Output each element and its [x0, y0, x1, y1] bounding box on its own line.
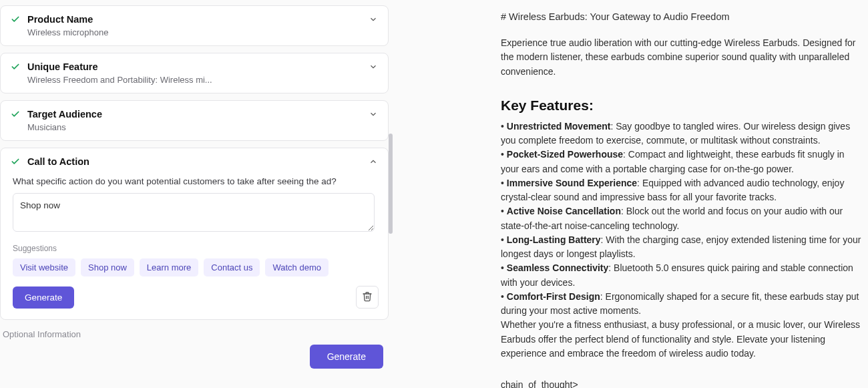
suggestions-label: Suggestions	[13, 244, 379, 253]
section-product-name[interactable]: Product Name Wireless microphone	[0, 5, 389, 46]
form-panel: Product Name Wireless microphone Unique …	[0, 0, 394, 388]
prompt-text: What specific action do you want potenti…	[10, 176, 379, 186]
check-icon	[10, 109, 21, 120]
suggestion-chip[interactable]: Watch demo	[265, 258, 329, 276]
feature-bullet: • Seamless Connectivity: Bluetooth 5.0 e…	[501, 261, 864, 290]
section-value: Wireless microphone	[27, 27, 379, 37]
chevron-down-icon[interactable]	[368, 14, 379, 25]
chevron-down-icon[interactable]	[368, 109, 379, 120]
output-intro: Experience true audio liberation with ou…	[501, 36, 864, 79]
feature-bullet: • Immersive Sound Experience: Equipped w…	[501, 176, 864, 205]
check-icon	[10, 156, 21, 167]
feature-bullet: • Comfort-First Design: Ergonomically sh…	[501, 290, 864, 319]
scrollbar-thumb[interactable]	[389, 134, 393, 234]
delete-button[interactable]	[356, 286, 379, 309]
section-target-audience[interactable]: Target Audience Musicians	[0, 100, 389, 141]
section-title: Unique Feature	[27, 61, 368, 72]
key-features-header: Key Features:	[501, 95, 864, 116]
chevron-up-icon[interactable]	[368, 156, 379, 167]
section-title: Call to Action	[27, 156, 368, 167]
suggestion-chip[interactable]: Visit website	[13, 258, 75, 276]
feature-bullet: • Unrestricted Movement: Say goodbye to …	[501, 120, 864, 148]
feature-bullet: • Long-Lasting Battery: With the chargin…	[501, 233, 864, 262]
section-header[interactable]: Call to Action	[10, 156, 379, 167]
suggestion-chip[interactable]: Learn more	[140, 258, 198, 276]
footer-generate-button[interactable]: Generate	[310, 345, 383, 369]
output-closing: Whether you're a fitness enthusiast, a b…	[501, 318, 864, 361]
trash-icon	[362, 291, 373, 304]
section-value: Wireless Freedom and Portability: Wirele…	[27, 75, 379, 85]
cta-textarea[interactable]	[13, 193, 375, 232]
output-heading: # Wireless Earbuds: Your Gateway to Audi…	[501, 9, 864, 24]
chain-of-thought-tag: chain_of_thought>	[501, 378, 864, 388]
section-title: Product Name	[27, 14, 368, 25]
section-value: Musicians	[27, 122, 379, 132]
generate-button[interactable]: Generate	[13, 286, 74, 309]
output-panel: # Wireless Earbuds: Your Gateway to Audi…	[394, 0, 868, 388]
check-icon	[10, 61, 21, 72]
suggestions-row: Visit website Shop now Learn more Contac…	[13, 258, 379, 276]
section-unique-feature[interactable]: Unique Feature Wireless Freedom and Port…	[0, 53, 389, 93]
chevron-down-icon[interactable]	[368, 61, 379, 72]
suggestion-chip[interactable]: Shop now	[81, 258, 134, 276]
suggestion-chip[interactable]: Contact us	[204, 258, 260, 276]
optional-info-label: Optional Information	[3, 329, 389, 339]
feature-bullet: • Active Noise Cancellation: Block out t…	[501, 204, 864, 233]
check-icon	[10, 14, 21, 25]
section-title: Target Audience	[27, 109, 368, 120]
feature-bullet: • Pocket-Sized Powerhouse: Compact and l…	[501, 148, 864, 176]
section-call-to-action: Call to Action What specific action do y…	[0, 148, 389, 320]
